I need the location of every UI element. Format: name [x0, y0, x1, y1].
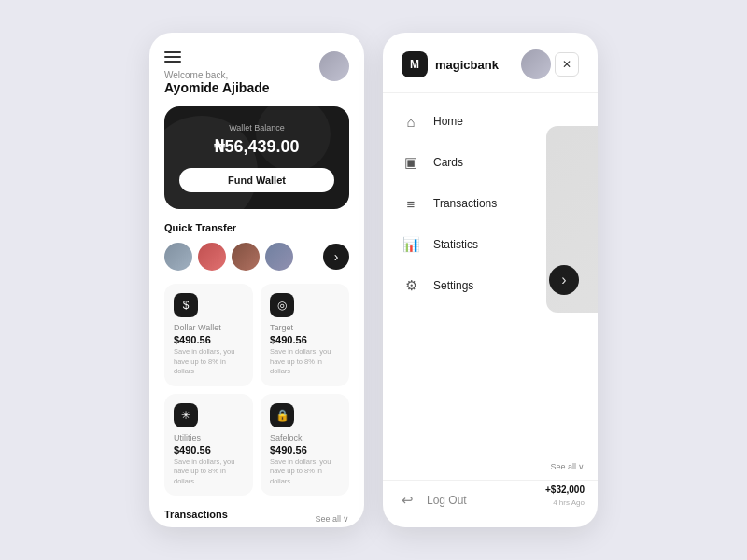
service-name-1: Target	[270, 323, 340, 332]
menu-item-transactions[interactable]: ≡ Transactions	[383, 183, 598, 224]
menu-header: M magicbank ✕	[383, 33, 598, 93]
partial-time: 4 hrs Ago	[553, 498, 585, 507]
brand-icon: M	[402, 51, 428, 77]
quick-transfer-title: Quick Transfer	[164, 222, 349, 233]
wallet-card: Wallet Balance ₦56,439.00 Fund Wallet	[164, 106, 349, 209]
service-name-2: Utilities	[174, 433, 244, 442]
welcome-text: Welcome back,	[164, 70, 270, 80]
cards-icon: ▣	[402, 153, 420, 172]
app-header: Welcome back, Ayomide Ajibade	[164, 51, 349, 95]
logout-icon: ↩	[402, 492, 414, 509]
brand: M magicbank	[402, 51, 499, 77]
menu-item-cards[interactable]: ▣ Cards	[383, 142, 598, 183]
transfer-row: ›	[164, 243, 349, 271]
menu-item-label-transactions: Transactions	[433, 197, 497, 210]
transactions-icon: ≡	[402, 194, 420, 213]
service-icon-3: 🔒	[270, 403, 294, 427]
menu-item-label-settings: Settings	[433, 279, 473, 292]
transactions-header: Transactions See all ∨	[164, 509, 349, 527]
avatar[interactable]	[319, 51, 349, 81]
service-desc-2: Save in dollars, you have up to 8% in do…	[174, 457, 244, 487]
main-app-panel: Welcome back, Ayomide Ajibade Wallet Bal…	[149, 33, 364, 527]
service-card-1[interactable]: ◎ Target $490.56 Save in dollars, you ha…	[261, 284, 349, 386]
service-grid: $ Dollar Wallet $490.56 Save in dollars,…	[164, 284, 349, 496]
service-desc-3: Save in dollars, you have up to 8% in do…	[270, 457, 340, 487]
partial-see-all: See all ∨	[550, 462, 585, 471]
service-icon-0: $	[174, 293, 198, 317]
menu-avatar[interactable]	[521, 49, 551, 79]
service-desc-1: Save in dollars, you have up to 8% in do…	[270, 347, 340, 377]
service-amount-2: $490.56	[174, 444, 244, 455]
transfer-next-button[interactable]: ›	[323, 244, 349, 270]
partial-amount: +$32,000	[545, 484, 585, 495]
transactions-title: Transactions	[164, 509, 228, 520]
service-card-3[interactable]: 🔒 Safelock $490.56 Save in dollars, you …	[261, 394, 349, 497]
statistics-icon: 📊	[402, 235, 420, 254]
service-card-0[interactable]: $ Dollar Wallet $490.56 Save in dollars,…	[164, 284, 253, 386]
menu-item-statistics[interactable]: 📊 Statistics	[383, 224, 598, 265]
service-icon-1: ◎	[270, 293, 294, 317]
menu-item-home[interactable]: ⌂ Home	[383, 101, 598, 142]
transfer-avatar-2[interactable]	[198, 243, 226, 271]
service-desc-0: Save in dollars, you have up to 8% in do…	[174, 347, 244, 377]
settings-icon: ⚙	[402, 276, 420, 295]
see-all-button[interactable]: See all ∨	[315, 514, 349, 524]
menu-item-label-cards: Cards	[433, 156, 463, 169]
hamburger-menu[interactable]	[164, 51, 270, 63]
fund-wallet-button[interactable]: Fund Wallet	[179, 168, 334, 192]
menu-panel: M magicbank ✕ ⌂ Home ▣ Cards ≡ Transacti…	[383, 33, 598, 527]
service-name-3: Safelock	[270, 433, 340, 442]
service-card-2[interactable]: ✳ Utilities $490.56 Save in dollars, you…	[164, 394, 253, 497]
partial-chevron-icon: ∨	[578, 462, 585, 471]
service-name-0: Dollar Wallet	[174, 323, 244, 332]
menu-arrow-button[interactable]: ›	[549, 265, 579, 295]
wallet-label: Wallet Balance	[179, 123, 334, 133]
brand-name: magicbank	[435, 58, 499, 72]
service-amount-0: $490.56	[174, 334, 244, 345]
service-amount-3: $490.56	[270, 444, 340, 455]
user-name: Ayomide Ajibade	[164, 80, 270, 95]
chevron-down-icon: ∨	[343, 514, 349, 524]
menu-item-label-home: Home	[433, 115, 463, 128]
wallet-amount: ₦56,439.00	[179, 136, 334, 157]
logout-label: Log Out	[427, 494, 467, 507]
close-menu-button[interactable]: ✕	[555, 52, 579, 77]
transfer-avatar-4[interactable]	[265, 243, 293, 271]
transfer-avatar-3[interactable]	[232, 243, 260, 271]
menu-item-label-statistics: Statistics	[433, 238, 478, 251]
service-amount-1: $490.56	[270, 334, 340, 345]
close-icon: ✕	[562, 58, 571, 71]
home-icon: ⌂	[402, 112, 420, 131]
service-icon-2: ✳	[174, 403, 198, 427]
transfer-avatar-1[interactable]	[164, 243, 192, 271]
